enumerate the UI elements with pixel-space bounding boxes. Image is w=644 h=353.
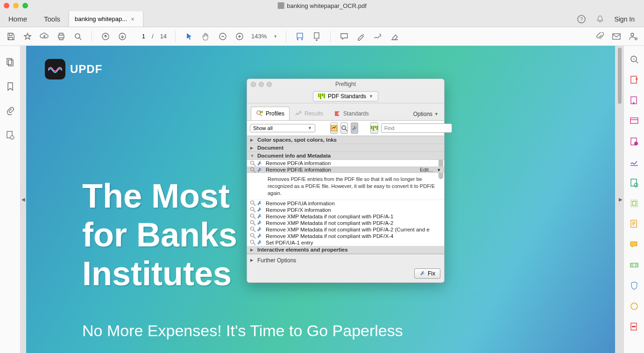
preflight-dialog: Preflight PDF Standards ▼ Profiles Resul… [247, 79, 445, 283]
svg-line-31 [254, 171, 255, 173]
zoom-level[interactable]: 143% [251, 33, 267, 40]
find-input[interactable] [381, 123, 452, 133]
find-icon[interactable] [73, 31, 83, 42]
list-item[interactable]: Remove PDF/UA information [247, 200, 444, 207]
list-item[interactable]: Set PDF/UA-1 entry [247, 239, 444, 246]
search-pane-icon[interactable]: + [629, 54, 639, 65]
maximize-window-button[interactable] [22, 3, 28, 8]
further-options-toggle[interactable]: Further Options [247, 254, 444, 267]
group-document-info-metadata[interactable]: Document info and Metadata [247, 152, 444, 160]
fill-sign-icon[interactable] [629, 157, 639, 167]
tab-profiles[interactable]: Profiles [251, 107, 290, 120]
zoom-out-icon[interactable] [218, 31, 228, 42]
document-tab[interactable]: banking whitepap... × [69, 11, 143, 27]
close-window-button[interactable] [4, 3, 9, 8]
hand-tool-icon[interactable] [201, 31, 211, 42]
preflight-profile-list[interactable]: Color spaces, spot colors, inks Document… [247, 136, 444, 254]
zoom-dropdown-caret[interactable]: ▼ [273, 34, 277, 39]
filter-dropdown[interactable]: Show all ▼ [250, 124, 315, 132]
tab-results[interactable]: Results [290, 107, 328, 120]
page-down-icon[interactable] [117, 31, 127, 42]
fit-width-icon[interactable] [295, 31, 305, 42]
email-icon[interactable] [611, 31, 622, 42]
close-tab-button[interactable]: × [131, 15, 134, 23]
print-icon[interactable] [56, 31, 66, 42]
expand-right-panel[interactable]: ▶ [618, 186, 623, 214]
list-item[interactable]: Remove PDF/A information [247, 160, 444, 166]
svg-rect-18 [8, 60, 13, 66]
save-icon[interactable] [6, 31, 16, 42]
list-item[interactable]: Remove XMP Metadata if not compliant wit… [247, 233, 444, 239]
filter-standards-button[interactable] [370, 122, 378, 134]
edit-pdf-icon[interactable] [629, 116, 639, 126]
fix-button[interactable]: Fix [414, 268, 440, 279]
svg-point-36 [251, 214, 254, 217]
stamp-icon[interactable] [629, 239, 639, 250]
tools-nav[interactable]: Tools [35, 11, 69, 27]
notifications-icon[interactable] [595, 14, 605, 24]
more-tools-icon[interactable] [629, 301, 639, 311]
list-item[interactable]: Remove PDF/X information [247, 207, 444, 213]
comment-icon[interactable] [339, 31, 349, 42]
list-item[interactable]: Remove XMP Metadata if not compliant wit… [247, 220, 444, 226]
list-item-selected[interactable]: Remove PDF/E information Edit... [247, 166, 444, 173]
sign-in-link[interactable]: Sign In [614, 15, 635, 23]
group-document[interactable]: Document [247, 144, 444, 152]
cloud-upload-icon[interactable] [39, 31, 50, 42]
dialog-close-button[interactable] [251, 82, 256, 87]
page-separator: / [152, 33, 154, 40]
page-scrollbar[interactable] [618, 48, 622, 104]
export-pdf-icon[interactable] [629, 75, 639, 85]
erase-icon[interactable] [389, 31, 400, 42]
expand-left-panel[interactable]: ◀ [21, 186, 26, 214]
list-item[interactable]: Remove XMP Metadata if not compliant wit… [247, 213, 444, 220]
page-number-input[interactable] [134, 33, 145, 40]
attachments-icon[interactable] [5, 106, 15, 116]
list-item[interactable]: Remove XMP Metadata if not compliant wit… [247, 226, 444, 233]
comment-pane-icon[interactable] [629, 137, 639, 147]
minimize-window-button[interactable] [13, 3, 19, 8]
filter-analysis-button[interactable] [340, 122, 348, 134]
group-color-spaces[interactable]: Color spaces, spot colors, inks [247, 136, 444, 144]
chevron-down-icon: ▼ [369, 94, 373, 99]
redact-icon[interactable] [629, 322, 639, 332]
dialog-minimize-button[interactable] [259, 82, 264, 87]
selection-tool-icon[interactable] [184, 31, 194, 42]
svg-rect-59 [631, 200, 637, 207]
dialog-zoom-button[interactable] [267, 82, 272, 87]
svg-rect-51 [630, 118, 638, 123]
highlight-icon[interactable] [356, 31, 366, 42]
svg-point-65 [631, 303, 637, 310]
create-pdf-icon[interactable] [629, 95, 639, 106]
share-user-icon[interactable]: + [628, 31, 638, 42]
zoom-in-icon[interactable] [234, 31, 245, 42]
page-up-icon[interactable] [100, 31, 111, 42]
preflight-titlebar[interactable]: Preflight [247, 79, 444, 89]
document-canvas[interactable]: ◀ UPDF The MostXXXXXXtegy for BanksXXXXX… [21, 46, 623, 353]
bookmarks-icon[interactable] [5, 81, 15, 92]
preflight-mode-bar: PDF Standards ▼ [247, 89, 444, 103]
send-sign-icon[interactable] [629, 198, 639, 209]
pdf-standards-dropdown[interactable]: PDF Standards ▼ [313, 91, 378, 101]
dialog-traffic-lights [251, 82, 272, 87]
group-interactive-elements[interactable]: Interactive elements and properties [247, 246, 444, 254]
star-icon[interactable] [22, 31, 33, 42]
home-nav[interactable]: Home [0, 11, 35, 27]
attachment-icon[interactable] [594, 31, 605, 42]
draw-icon[interactable] [373, 31, 383, 42]
measure-icon[interactable] [629, 260, 639, 270]
help-icon[interactable]: ? [577, 14, 586, 24]
thumbnails-icon[interactable] [5, 57, 15, 67]
organize-pages-icon[interactable]: + [629, 178, 639, 188]
protect-icon[interactable] [629, 281, 639, 291]
compare-icon[interactable] [629, 219, 639, 229]
fit-page-icon[interactable] [311, 31, 322, 42]
filter-checks-button[interactable] [330, 122, 338, 134]
separator [330, 31, 331, 42]
preflight-options-menu[interactable]: Options ▼ [411, 108, 440, 120]
tab-standards[interactable]: Standards [328, 107, 374, 120]
layers-icon[interactable]: i [5, 130, 15, 140]
svg-rect-17 [7, 58, 12, 65]
edit-profile-button[interactable]: Edit... [420, 167, 441, 173]
filter-fixups-button[interactable] [351, 122, 358, 134]
